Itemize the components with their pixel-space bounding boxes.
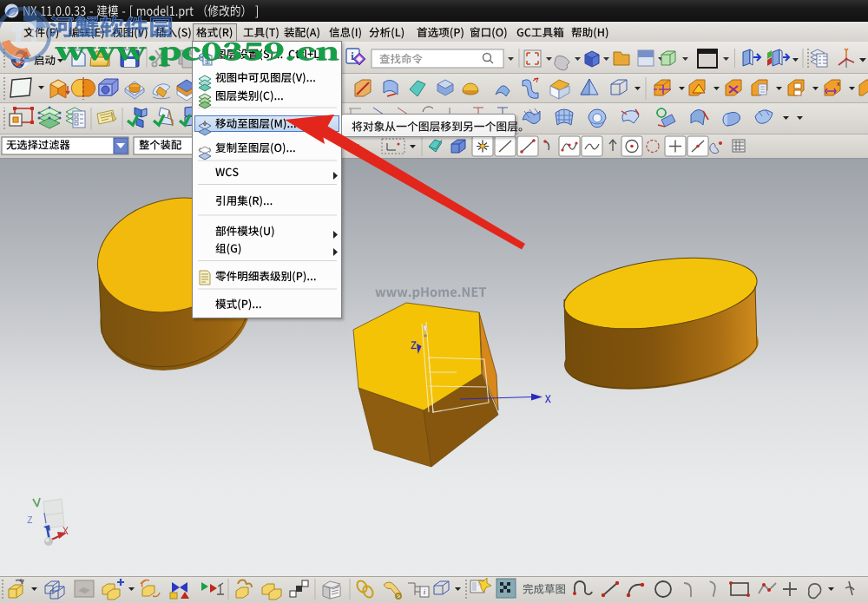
svg-text:x: x [837, 81, 840, 87]
